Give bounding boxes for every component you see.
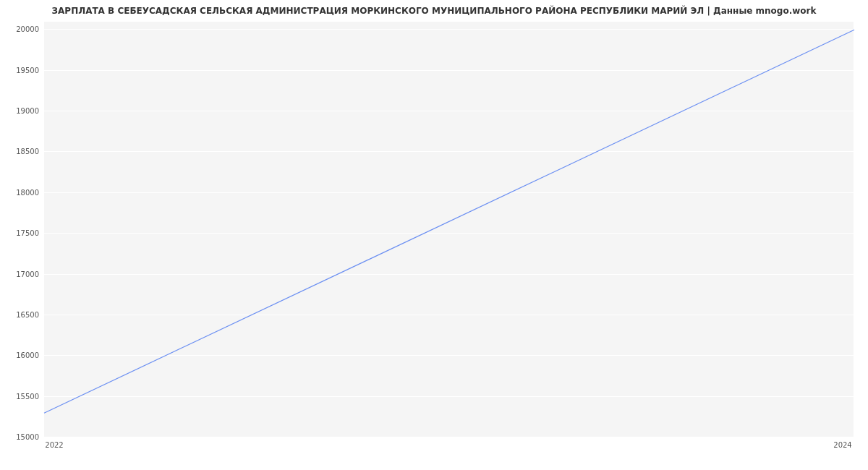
chart-title: ЗАРПЛАТА В СЕБЕУСАДСКАЯ СЕЛЬСКАЯ АДМИНИС… <box>0 6 868 16</box>
plot-area <box>43 22 854 437</box>
x-tick-label: 2024 <box>833 441 851 449</box>
y-tick-label: 19500 <box>3 67 39 74</box>
y-tick-label: 16000 <box>3 351 39 359</box>
y-tick-label: 18500 <box>3 148 39 155</box>
chart-container: ЗАРПЛАТА В СЕБЕУСАДСКАЯ СЕЛЬСКАЯ АДМИНИС… <box>0 0 868 470</box>
x-tick-label: 2022 <box>45 441 63 449</box>
series-line <box>44 30 854 413</box>
y-tick-label: 17000 <box>3 270 39 278</box>
y-tick-label: 15000 <box>3 433 39 441</box>
y-tick-label: 15500 <box>3 393 39 401</box>
y-tick-label: 19000 <box>3 107 39 115</box>
y-tick-label: 17500 <box>3 229 39 237</box>
y-tick-label: 16500 <box>3 311 39 319</box>
y-tick-label: 20000 <box>3 25 39 33</box>
y-tick-label: 18000 <box>3 189 39 197</box>
line-layer <box>44 22 854 437</box>
